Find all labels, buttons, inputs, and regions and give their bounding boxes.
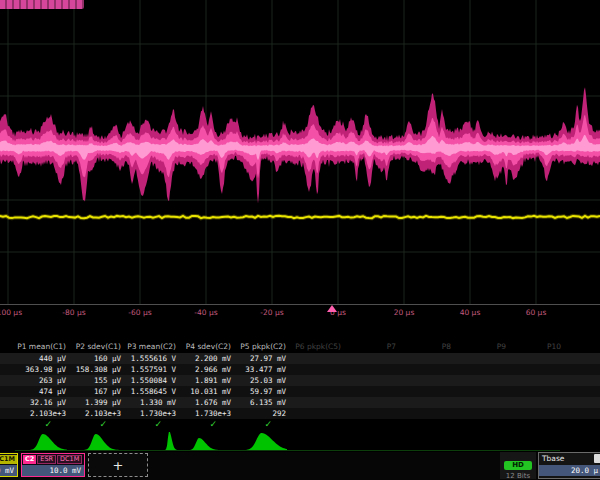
measurement-cell: 1.676 mV [182, 397, 237, 408]
waveform-display[interactable] [0, 0, 600, 304]
measurement-cell: 155 µV [72, 375, 127, 386]
measurement-cell: 440 µV [17, 353, 72, 364]
time-axis-label: -80 µs [62, 308, 85, 317]
measurement-header[interactable]: P7 [347, 341, 402, 352]
measurement-cell: 25.03 mV [237, 375, 292, 386]
table-row: P1 mean(C1)P2 sdev(C1)P3 mean(C2)P4 sdev… [0, 341, 600, 352]
time-axis-label: 40 µs [460, 308, 481, 317]
measurement-header[interactable]: P2 sdev(C1) [72, 341, 127, 352]
time-axis-label: -100 µs [0, 308, 22, 317]
measurement-header[interactable]: P10 [512, 341, 567, 352]
measurement-cell: 1.555616 V [127, 353, 182, 364]
descriptor-bar: DC1M 0 mV C2 ESR DC1M 10.0 mV + HD 12 Bi… [0, 452, 600, 480]
measurement-histicon[interactable] [17, 432, 72, 452]
measurement-histicon[interactable] [237, 432, 292, 452]
trigger-box-fragment [594, 454, 600, 463]
minimized-dialog-tab[interactable] [0, 0, 84, 9]
measurement-header[interactable]: P6 pkpk(C5) [292, 341, 347, 352]
measurement-cell: 1.730e+3 [182, 408, 237, 419]
measurement-cell: 27.97 mV [237, 353, 292, 364]
hd-mode-tile[interactable]: HD 12 Bits [500, 452, 536, 479]
measurement-cell: 2.103e+3 [17, 408, 72, 419]
measurement-cell: ✓ [72, 419, 127, 430]
c2-channel-badge: C2 [23, 455, 36, 464]
measurement-cell: 2.200 mV [182, 353, 237, 364]
measurement-header[interactable]: P11 [567, 341, 600, 352]
time-axis-label: 60 µs [526, 308, 547, 317]
measurement-header[interactable]: P3 mean(C2) [127, 341, 182, 352]
hd-bits-label: 12 Bits [500, 472, 536, 480]
table-row: 474 µV167 µV1.558645 V10.031 mV59.97 mV [0, 386, 600, 397]
measurement-cell: 1.399 µV [72, 397, 127, 408]
histicon-row [0, 432, 600, 452]
measurement-cell: 6.135 mV [237, 397, 292, 408]
time-axis-label: -40 µs [194, 308, 217, 317]
measurement-histicon[interactable] [182, 432, 237, 452]
measurement-cell: 1.891 mV [182, 375, 237, 386]
measurement-cell: 1.550084 V [127, 375, 182, 386]
measurement-table: P1 mean(C1)P2 sdev(C1)P3 mean(C2)P4 sdev… [0, 341, 600, 432]
table-row: 32.16 µV1.399 µV1.330 mV1.676 mV6.135 mV [0, 397, 600, 408]
measurement-cell: 59.97 mV [237, 386, 292, 397]
measurement-cell: 363.98 µV [17, 364, 72, 375]
time-axis-label: 20 µs [394, 308, 415, 317]
channel-c2-descriptor[interactable]: C2 ESR DC1M 10.0 mV [21, 453, 85, 477]
timebase-value: 20.0 µ [539, 465, 600, 476]
table-row: 363.98 µV158.308 µV1.557591 V2.966 mV33.… [0, 364, 600, 375]
time-axis-label: -60 µs [128, 308, 151, 317]
c1-scale-value: 0 mV [0, 465, 17, 476]
measurement-cell: 33.477 mV [237, 364, 292, 375]
measurement-cell: 32.16 µV [17, 397, 72, 408]
measurement-histicon[interactable] [72, 432, 127, 452]
measurement-cell: 1.730e+3 [127, 408, 182, 419]
measurement-cell: 1.558645 V [127, 386, 182, 397]
c1-coupling-badge: DC1M [0, 455, 17, 464]
measurement-cell: 160 µV [72, 353, 127, 364]
table-row: 2.103e+32.103e+31.730e+31.730e+3292 [0, 408, 600, 419]
measurement-cell: 2.966 mV [182, 364, 237, 375]
measurement-histicon[interactable] [127, 432, 182, 452]
trigger-position-marker[interactable] [327, 305, 337, 312]
timebase-label: Tbase [539, 453, 600, 465]
measurement-header[interactable]: P8 [402, 341, 457, 352]
time-axis: -100 µs-80 µs-60 µs-40 µs-20 µs0 µs20 µs… [0, 304, 600, 322]
measurement-cell: 1.557591 V [127, 364, 182, 375]
oscilloscope-screen: -100 µs-80 µs-60 µs-40 µs-20 µs0 µs20 µs… [0, 0, 600, 480]
measurement-cell: ✓ [237, 419, 292, 430]
measurement-cell: 167 µV [72, 386, 127, 397]
measurement-header[interactable]: P9 [457, 341, 512, 352]
measurement-cell: 158.308 µV [72, 364, 127, 375]
time-axis-label: -20 µs [260, 308, 283, 317]
channel-c1-descriptor[interactable]: DC1M 0 mV [0, 453, 18, 477]
add-trace-button[interactable]: + [88, 453, 148, 477]
waveform-traces [0, 0, 600, 304]
timebase-descriptor[interactable]: Tbase 20.0 µ [538, 452, 600, 479]
table-row: 440 µV160 µV1.555616 V2.200 mV27.97 mV [0, 353, 600, 364]
c2-coupling-badge: DC1M [57, 455, 82, 464]
measurement-cell: 263 µV [17, 375, 72, 386]
hd-badge: HD [504, 461, 532, 470]
table-row: ✓✓✓✓✓ [0, 419, 600, 432]
measurement-cell: 1.330 mV [127, 397, 182, 408]
measurement-cell: 292 [237, 408, 292, 419]
c2-scale-value: 10.0 mV [22, 465, 84, 476]
measurement-cell: ✓ [17, 419, 72, 430]
c2-esr-badge: ESR [37, 455, 56, 464]
measurement-header[interactable]: P4 sdev(C2) [182, 341, 237, 352]
measurement-cell: 10.031 mV [182, 386, 237, 397]
measurement-header[interactable]: P5 pkpk(C2) [237, 341, 292, 352]
measurement-header[interactable]: P1 mean(C1) [17, 341, 72, 352]
table-row: 263 µV155 µV1.550084 V1.891 mV25.03 mV [0, 375, 600, 386]
measurement-cell: ✓ [127, 419, 182, 430]
measurement-cell: 2.103e+3 [72, 408, 127, 419]
measurement-cell: ✓ [182, 419, 237, 430]
measurement-cell: 474 µV [17, 386, 72, 397]
